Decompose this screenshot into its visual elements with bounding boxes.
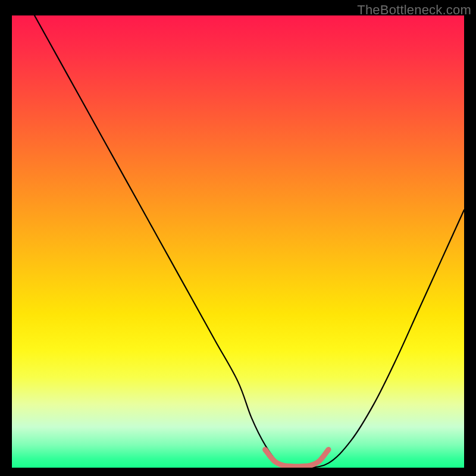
bottleneck-curve <box>35 15 464 468</box>
curve-minimum-highlight <box>265 450 328 466</box>
chart-stage: TheBottleneck.com <box>0 0 476 476</box>
curve-layer <box>12 15 464 468</box>
plot-area <box>12 15 464 468</box>
